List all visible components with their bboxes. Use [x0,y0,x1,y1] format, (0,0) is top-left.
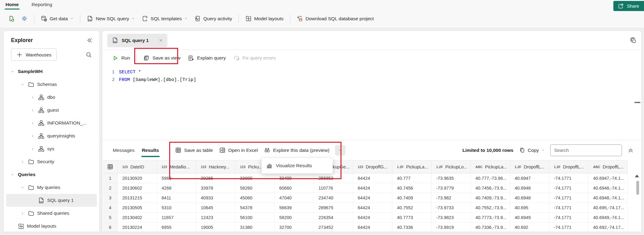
tree-item-my-queries[interactable]: My queries [6,181,97,194]
row-number[interactable]: 2 [103,183,118,193]
tab-home[interactable]: Home [4,1,20,8]
new-sql-query-button[interactable]: SQLNew SQL query [84,13,138,24]
sql-templates-button[interactable]: SQL templates [139,13,191,24]
tab-messages[interactable]: Messages [109,140,138,160]
table-cell[interactable]: 20131215 [118,193,157,202]
table-cell[interactable]: 20130402 [118,213,157,222]
fix-query-errors-button[interactable]: Fix query errors [230,52,280,64]
chevron-right-icon[interactable] [30,147,35,151]
table-cell[interactable]: 6955 [157,222,196,232]
download-sql-project-button[interactable]: Download SQL database project [294,13,377,24]
tree-item-model-layouts[interactable]: Model layouts [6,220,97,233]
table-cell[interactable]: 255853 [314,173,353,183]
table-cell[interactable]: 40.692 [510,222,549,232]
grid-column-header-11[interactable]: 1.2FDropoffL... [510,160,549,173]
table-cell[interactable]: 40.695,-74.17... [589,203,628,212]
table-cell[interactable]: -74.1771 [549,203,589,212]
tree-item-dbo[interactable]: dbo [6,91,97,104]
grid-scrollbar-thumb[interactable] [636,181,639,195]
table-cell[interactable]: 40.6947,-74.1... [589,173,628,183]
grid-column-header-12[interactable]: 1.2FDropoffL... [549,160,589,173]
table-cell[interactable]: 110776 [314,183,353,193]
table-cell[interactable]: 64424 [353,213,392,222]
save-as-table-button[interactable]: Save as table [172,144,216,156]
table-cell[interactable]: 45060 [235,193,275,202]
chevron-right-icon[interactable] [20,160,25,164]
query-activity-button[interactable]: Query activity [191,13,235,24]
table-cell[interactable]: 40.6949,-74.1... [589,213,628,222]
tree-item-shared-queries[interactable]: Shared queries [6,207,97,220]
settings-button[interactable] [18,13,31,24]
table-cell[interactable]: -73.9779 [432,183,471,193]
share-button[interactable]: Share [613,1,644,11]
table-cell[interactable]: 31380 [235,222,275,232]
query-tab[interactable]: SQL SQL query 1 [107,34,167,47]
table-cell[interactable]: 4268 [157,183,196,193]
table-cell[interactable]: 64424 [353,183,392,193]
tree-item-schemas[interactable]: Schemas [6,78,97,91]
chevron-down-icon[interactable] [20,83,25,86]
grid-scrollbar-up-arrow[interactable] [635,175,639,177]
tree-item-queryinsights[interactable]: queryinsights [6,129,97,142]
grid-column-header-1[interactable]: 123DateID [118,160,157,173]
table-cell[interactable]: -73.9919 [432,222,471,232]
table-cell[interactable]: 47040 [275,193,314,202]
table-cell[interactable]: 226354 [314,213,353,222]
table-cell[interactable]: 40.7456 [392,183,432,193]
grid-column-header-2[interactable]: 123Medallio... [157,160,196,173]
table-cell[interactable]: 40.7456,-73.9... [471,183,510,193]
collapse-explorer-icon[interactable] [86,37,93,44]
table-cell[interactable]: 33000 [235,173,275,183]
tree-item-sql-query-1[interactable]: SQLSQL query 1 [6,194,97,207]
search-input[interactable] [550,144,622,156]
chevron-right-icon[interactable] [30,121,35,125]
explore-data-button[interactable]: Explore this data (preview) [261,144,333,156]
run-button[interactable]: Run [109,52,134,64]
table-cell[interactable]: 54378 [235,203,275,212]
table-cell[interactable]: 40.6948,-74.1... [589,183,628,193]
table-cell[interactable]: 20130505 [118,203,157,212]
table-cell[interactable]: 20130920 [118,173,157,183]
table-cell[interactable]: 40.7773,-73.9... [471,213,510,222]
table-cell[interactable]: 40.777 [392,173,432,183]
table-cell[interactable]: 234740 [314,193,353,202]
table-cell[interactable]: 40.6948 [510,183,549,193]
tree-item-samplewh[interactable]: SampleWH [6,65,97,78]
grid-column-header-10[interactable]: ABCPickupLa... [471,160,510,173]
table-cell[interactable]: 32700 [275,222,314,232]
add-warehouses-button[interactable]: Warehouses [11,48,57,61]
table-cell[interactable]: 8411 [157,193,196,202]
tree-item-information[interactable]: INFORMATION_... [6,117,97,129]
table-cell[interactable]: 40.777,-73.96... [471,173,510,183]
row-number[interactable]: 3 [103,193,118,202]
copy-button[interactable]: Copy [519,147,545,153]
tree-item-queries[interactable]: Queries [6,168,97,181]
tab-reporting[interactable]: Reporting [30,1,53,8]
table-cell[interactable]: 40.6947 [510,173,549,183]
table-cell[interactable]: 40.6948 [510,193,549,202]
table-cell[interactable]: 12423 [196,213,235,222]
chevron-down-icon[interactable] [10,70,15,73]
tab-results[interactable]: Results [138,140,163,160]
table-cell[interactable]: 5989 [157,173,196,183]
explain-query-button[interactable]: Explain query [184,52,230,64]
new-query-refresh-button[interactable] [5,13,17,24]
grid-column-header-9[interactable]: 1.2FPickupLo... [432,160,471,173]
table-cell[interactable]: 5310 [157,203,196,212]
table-cell[interactable]: -73.9635 [432,173,471,183]
table-cell[interactable]: 40933 [196,193,235,202]
table-cell[interactable]: -73.982 [432,193,471,202]
chevron-down-icon[interactable] [20,186,25,189]
table-cell[interactable]: 40.7552,-73.9... [471,203,510,212]
table-cell[interactable]: 20130602 [118,183,157,193]
row-number[interactable]: 6 [103,222,118,232]
table-cell[interactable]: -74.1771 [549,173,589,183]
open-in-excel-button[interactable]: XOpen in Excel [216,144,261,156]
table-cell[interactable]: 64424 [353,173,392,183]
table-cell[interactable]: 58200 [275,213,314,222]
table-cell[interactable]: 64424 [353,222,392,232]
grid-corner-cell[interactable] [103,160,118,173]
table-cell[interactable]: 40.6948,-74.1... [589,193,628,202]
table-cell[interactable]: -74.1771 [549,213,589,222]
explorer-search-icon[interactable] [86,52,92,58]
